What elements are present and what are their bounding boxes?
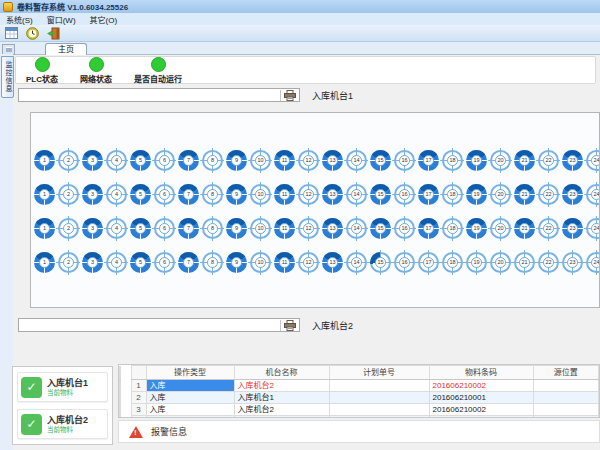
calendar-icon[interactable] [3,26,19,41]
reel-slot-filled: 23 [562,150,583,171]
reel-slot-empty: 10 [250,184,271,205]
reel-slot-empty: 2 [58,218,79,239]
plc-status-light [35,57,50,72]
reel-slot-filled: 11 [274,184,295,205]
reel-slot-empty: 24 [586,184,600,205]
reel-slot-empty: 4 [106,252,127,273]
machine2-textbox[interactable] [18,318,300,332]
reel-slot-empty: 21 [514,252,535,273]
reel-slot-filled: 17 [418,218,439,239]
reel-slot-filled: 15 [370,184,391,205]
reel-slot-empty: 8 [202,150,223,171]
reel-slot-filled: 7 [178,252,199,273]
machine2-card[interactable]: ✓ 入库机台2 当前物料 [17,409,108,439]
task-row[interactable]: *4 [119,416,599,419]
task-row[interactable]: 2入库入库机台1201606210001 [119,392,599,404]
reel-row: 1234567891011121314151617181920212223242… [34,184,599,205]
machine1-card[interactable]: ✓ 入库机台1 当前物料 [17,372,108,402]
menu-item-system[interactable]: 系统(S) [6,14,33,25]
reel-slot-empty: 20 [490,150,511,171]
check-icon: ✓ [21,414,42,435]
reel-slot-empty: 14 [346,150,367,171]
col-source-location[interactable]: 源位置 [533,366,599,380]
reel-slot-filled: 13 [322,184,343,205]
indicator-plc: PLC状态 [26,57,58,84]
reel-slot-empty: 23 [562,252,583,273]
col-material-barcode[interactable]: 物料条码 [429,366,533,380]
reel-slot-filled: 19 [466,218,487,239]
reel-slot-filled: 17 [418,184,439,205]
col-operation-type[interactable]: 操作类型 [146,366,234,380]
task-row[interactable]: ▶1入库入库机台2201606210002 [119,380,599,392]
reel-slot-filled: 23 [562,184,583,205]
clock-icon[interactable] [24,26,40,41]
table-header-row: 操作类型 机台名称 计划单号 物料条码 源位置 [119,366,599,380]
reel-slot-empty: 12 [298,150,319,171]
reel-slot-filled: 3 [82,218,103,239]
reel-slot-empty: 22 [538,184,559,205]
reel-grid-panel: 1234567891011121314151617181920212223242… [30,112,600,308]
reel-slot-filled: 3 [82,184,103,205]
reel-slot-filled: 13 [322,150,343,171]
reel-slot-empty: 6 [154,150,175,171]
reel-slot-empty: 22 [538,218,559,239]
reel-slot-filled: 5 [130,184,151,205]
indicator-network: 网络状态 [80,57,112,84]
col-machine-name[interactable]: 机台名称 [234,366,329,380]
reel-slot-empty: 22 [538,150,559,171]
reel-slot-empty: 2 [58,184,79,205]
reel-slot-empty: 20 [490,252,511,273]
reel-slot-empty: 10 [250,218,271,239]
reel-slot-filled: 5 [130,218,151,239]
tab-home[interactable]: 主页 [45,43,87,55]
machine1-bar: 入库机台1 [18,88,353,102]
app-icon [3,2,13,12]
alarm-bar: ! 报警信息 [118,420,600,443]
reel-slot-empty: 4 [106,150,127,171]
reel-slot-empty: 6 [154,252,175,273]
reel-slot-filled: 17 [418,150,439,171]
printer-icon[interactable] [280,320,299,331]
reel-grid: 1234567891011121314151617181920212223242… [34,150,599,273]
reel-slot-filled: 3 [82,252,103,273]
col-plan-number[interactable]: 计划单号 [329,366,429,380]
exit-door-icon[interactable] [45,26,61,41]
reel-slot-empty: 16 [394,150,415,171]
machine2-label: 入库机台2 [312,319,353,332]
menu-bar: 系统(S) 窗口(W) 其它(O) [0,13,600,25]
dock-side-tab[interactable]: 监控信息 [1,56,14,98]
reel-slot-filled: 19 [466,184,487,205]
menu-item-other[interactable]: 其它(O) [90,14,118,25]
reel-slot-filled: 11 [274,252,295,273]
reel-slot-empty: 20 [490,184,511,205]
reel-slot-empty: 16 [394,184,415,205]
indicator-autorun: 是否自动运行 [134,57,182,84]
reel-slot-empty: 22 [538,252,559,273]
reel-slot-empty: 17 [418,252,439,273]
reel-slot-filled: 9 [226,150,247,171]
reel-row: 1234567891011121314151617181920212223242… [34,218,599,239]
reel-slot-empty: 8 [202,252,223,273]
reel-slot-empty: 4 [106,218,127,239]
warning-icon: ! [129,426,143,438]
machine1-textbox[interactable] [18,88,300,102]
reel-slot-empty: 24 [586,252,600,273]
reel-slot-empty: 18 [442,252,463,273]
reel-slot-empty: 14 [346,252,367,273]
status-panel: PLC状态 网络状态 是否自动运行 [15,56,596,84]
menu-item-window[interactable]: 窗口(W) [47,14,76,25]
reel-slot-partial: 15 [370,252,391,273]
reel-slot-empty: 4 [106,184,127,205]
reel-slot-empty: 8 [202,218,223,239]
reel-slot-filled: 15 [370,218,391,239]
reel-slot-filled: 9 [226,184,247,205]
check-icon: ✓ [21,377,42,398]
reel-slot-empty: 14 [346,184,367,205]
reel-slot-filled: 1 [34,150,55,171]
task-row[interactable]: 3入库入库机台2201606210002 [119,404,599,416]
reel-slot-empty: 16 [394,218,415,239]
reel-slot-filled: 19 [466,150,487,171]
reel-slot-empty: 6 [154,218,175,239]
printer-icon[interactable] [280,90,299,101]
reel-slot-filled: 3 [82,150,103,171]
